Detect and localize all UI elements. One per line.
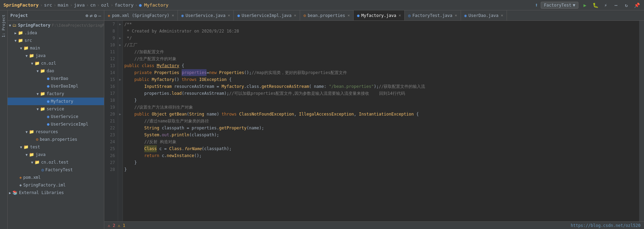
expand-icon: ▼	[26, 130, 28, 134]
folder-icon: 📁	[23, 145, 29, 149]
tree-item-userdao[interactable]: ● UserDao	[8, 75, 104, 82]
tab-icon: ⚙	[304, 13, 306, 18]
tab-close[interactable]: ✕	[347, 13, 350, 18]
tree-label: FactoryTest	[45, 167, 73, 172]
tab-label: pom.xml (SpringFactory)	[112, 13, 169, 18]
tree-item-factorytest[interactable]: ◎ FactoryTest	[8, 166, 104, 174]
expand-icon: ▼	[15, 39, 17, 43]
tab-close[interactable]: ✕	[172, 13, 174, 18]
tree-item-resources[interactable]: ▼ 📁 resources	[8, 128, 104, 136]
sidebar-header: Project ⊕ ⇄ ⚙ —	[8, 10, 104, 21]
tab-pomxml[interactable]: ◈ pom.xml (SpringFactory) ✕	[104, 10, 178, 20]
tree-label: service	[47, 107, 64, 111]
tab-close[interactable]: ✕	[228, 13, 230, 18]
tree-label: java	[36, 152, 46, 157]
tree-item-dao[interactable]: ▼ 📁 dao	[8, 67, 104, 75]
tree-label: bean.properties	[40, 137, 77, 142]
tree-label: pom.xml	[23, 175, 41, 180]
tree-label: SpringFactory	[18, 23, 50, 28]
tree-item-cn-ozl[interactable]: ▼ 📁 cn.ozl	[8, 59, 104, 67]
tree-item-src[interactable]: ▼ 📁 src	[8, 37, 104, 44]
code-line-16: InputStream resourceAsStream = Myfactory…	[124, 83, 638, 90]
tree-label: resources	[36, 129, 58, 134]
sidebar-title: Project	[10, 13, 28, 18]
breadcrumb-java[interactable]: java	[74, 2, 85, 8]
status-url[interactable]: https://blog.csdn.net/ozl520	[571, 223, 641, 228]
tree-item-userdaoimpl[interactable]: ● UserDaoImpl	[8, 82, 104, 90]
tree-item-userserviceimpl[interactable]: ● UserServiceImpl	[8, 120, 104, 128]
breadcrumb-myfactory[interactable]: Myfactory	[144, 2, 168, 8]
tree-item-main[interactable]: ▼ 📁 main	[8, 44, 104, 52]
tab-icon: ●	[237, 13, 240, 18]
sync-button[interactable]: ⇄	[90, 13, 93, 18]
close-sidebar-button[interactable]: —	[98, 13, 101, 18]
tab-factorytest[interactable]: ◎ FactoryTest.java ✕	[405, 10, 461, 20]
tree-label: .idea	[25, 30, 37, 35]
run-config[interactable]: FactoryTest ▼	[541, 2, 578, 9]
tree-item-myfactory[interactable]: ● Myfactory	[8, 98, 104, 105]
more-run-button[interactable]: ⋯	[612, 1, 620, 9]
breadcrumb-springfactory[interactable]: SpringFactory	[3, 2, 39, 8]
expand-icon: ▼	[31, 161, 33, 164]
tree-item-extlibs[interactable]: ▶ 📚 External Libraries	[8, 189, 104, 196]
tab-userserviceimpl[interactable]: ● UserServiceImpl.java ✕	[234, 10, 300, 20]
breadcrumb-factory[interactable]: factory	[115, 2, 134, 8]
code-line-12: //生产配置文件的对象	[124, 55, 638, 62]
tree-item-cn-ozl-test[interactable]: ▼ 📁 cn.ozl.test	[8, 158, 104, 166]
code-line-24: //反射 构造对象	[124, 138, 638, 145]
tree-item-idea[interactable]: ▶ 📁 .idea	[8, 29, 104, 37]
main-area: 1: Project Project ⊕ ⇄ ⚙ — ▼ 🗂 SpringFac…	[0, 10, 644, 229]
coverage-button[interactable]: ⚡	[602, 1, 609, 9]
toolbar-right: ⬆ FactoryTest ▼ ▶ 🐛 ⚡ ⋯ ↻ 📌	[535, 1, 641, 9]
breadcrumb-src[interactable]: src	[44, 2, 52, 8]
tab-close[interactable]: ✕	[294, 13, 296, 18]
expand-icon: ▼	[26, 153, 28, 157]
project-icon: 🗂	[12, 23, 17, 28]
tree-item-service[interactable]: ▼ 📁 service	[8, 105, 104, 113]
tab-close[interactable]: ✕	[398, 13, 401, 18]
new-file-button[interactable]: ⊕	[85, 13, 88, 18]
tree-label: cn.ozl	[41, 61, 56, 66]
tree-item-pomxml[interactable]: ◈ pom.xml	[8, 174, 104, 181]
tree-item-beanprops[interactable]: ⚙ bean.properties	[8, 136, 104, 143]
tab-icon: ◉	[181, 13, 184, 18]
debug-button[interactable]: 🐛	[592, 1, 599, 9]
tree-item-java[interactable]: ▼ 📁 java	[8, 52, 104, 59]
tree-label: main	[30, 46, 40, 51]
vcs-icon[interactable]: ⬆	[535, 2, 538, 8]
tab-userservice[interactable]: ◉ UserService.java ✕	[178, 10, 234, 20]
file-tree: ▼ 🗂 SpringFactory F:\IdeaProjects\Spring…	[8, 21, 104, 229]
tree-item-test[interactable]: ▼ 📁 test	[8, 143, 104, 151]
tab-icon: ●	[357, 13, 359, 18]
update-button[interactable]: ↻	[623, 1, 630, 9]
breadcrumb-cn[interactable]: cn	[90, 2, 96, 8]
tab-userdao[interactable]: ◉ UserDao.java ✕	[461, 10, 507, 20]
side-panel: 1: Project	[0, 10, 8, 229]
tab-icon: ◉	[464, 13, 467, 18]
tree-item-java2[interactable]: ▼ 📁 java	[8, 151, 104, 158]
tree-label: SpringFactory.iml	[23, 183, 66, 187]
breadcrumb-main[interactable]: main	[58, 2, 68, 8]
tab-close[interactable]: ✕	[501, 13, 503, 18]
project-tab[interactable]: 1: Project	[1, 13, 7, 39]
folder-icon: 📁	[29, 152, 34, 157]
code-content[interactable]: /** * Created by Administrator on 2020/9…	[123, 21, 639, 221]
code-line-7: /**	[124, 21, 638, 28]
pin-button[interactable]: 📌	[633, 1, 641, 9]
tab-myfactory[interactable]: ● Myfactory.java ✕	[354, 10, 405, 20]
tree-item-factory[interactable]: ▼ 📁 factory	[8, 90, 104, 98]
settings-icon[interactable]: ⚙	[94, 13, 97, 18]
tab-close[interactable]: ✕	[455, 13, 457, 18]
run-button[interactable]: ▶	[581, 1, 589, 9]
tab-label: UserServiceImpl.java	[242, 13, 292, 18]
breadcrumb-ozl[interactable]: ozl	[101, 2, 109, 8]
tree-item-iml[interactable]: ◈ SpringFactory.iml	[8, 181, 104, 189]
tree-item-springfactory[interactable]: ▼ 🗂 SpringFactory F:\IdeaProjects\Spring…	[8, 21, 104, 29]
iml-icon: ◈	[19, 183, 22, 187]
ext-icon: 📚	[12, 190, 18, 195]
tab-label: UserDao.java	[469, 13, 499, 18]
tree-item-userservice[interactable]: ◉ UserService	[8, 113, 104, 120]
code-line-10: //工厂	[124, 42, 638, 48]
code-line-8: * Created by Administrator on 2020/9/22 …	[124, 28, 638, 35]
tab-beanprops[interactable]: ⚙ bean.properties ✕	[300, 10, 354, 20]
